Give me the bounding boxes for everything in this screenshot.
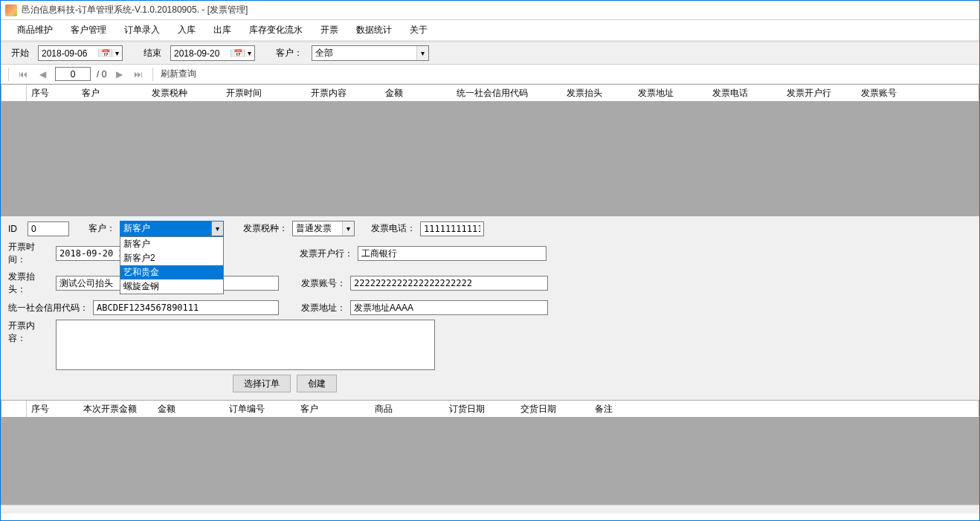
order-grid-header: 序号 本次开票金额 金额 订单编号 客户 商品 订货日期 交货日期 备注 — [1, 401, 979, 417]
addr-label: 发票地址： — [301, 302, 346, 314]
taxtype-label: 发票税种： — [243, 222, 288, 235]
end-label: 结束 — [144, 47, 161, 59]
refresh-query-button[interactable]: 刷新查询 — [161, 68, 196, 80]
col2-seq[interactable]: 序号 — [27, 401, 79, 417]
select-order-button[interactable]: 选择订单 — [233, 375, 291, 392]
col-seq[interactable]: 序号 — [27, 85, 77, 101]
menu-about[interactable]: 关于 — [401, 21, 436, 39]
statusbar — [1, 505, 979, 514]
time-label: 开票时间： — [8, 241, 51, 266]
customer-option[interactable]: 新客户 — [120, 237, 223, 251]
col2-remark[interactable]: 备注 — [590, 401, 650, 417]
invoice-grid-header: 序号 客户 发票税种 开票时间 开票内容 金额 统一社会信用代码 发票抬头 发票… — [1, 85, 979, 101]
window-title: 邑泊信息科技-订单管理系统-V.1.0.20180905. - [发票管理] — [22, 4, 248, 16]
customer-dropdown-list: 新客户 新客户2 艺和贵金 螺旋金钢 — [120, 236, 224, 294]
start-date-picker[interactable]: 📅 ▾ — [38, 45, 123, 61]
col2-orderdate[interactable]: 订货日期 — [445, 401, 516, 417]
row-selector-header — [1, 401, 27, 417]
nav-page-total: / 0 — [97, 69, 106, 80]
acct-field[interactable] — [350, 276, 548, 291]
menubar: 商品维护 客户管理 订单录入 入库 出库 库存变化流水 开票 数据统计 关于 — [1, 20, 979, 41]
uscc-label: 统一社会信用代码： — [8, 302, 88, 314]
col2-customer[interactable]: 客户 — [296, 401, 370, 417]
filterbar: 开始 📅 ▾ 结束 📅 ▾ 客户： ▾ — [1, 41, 979, 65]
phone-label: 发票电话： — [371, 222, 416, 235]
col2-product[interactable]: 商品 — [370, 401, 445, 417]
menu-order-entry[interactable]: 订单录入 — [115, 21, 169, 39]
app-icon — [5, 4, 17, 16]
chevron-down-icon[interactable]: ▾ — [244, 49, 254, 57]
calendar-icon[interactable]: 📅 — [98, 49, 112, 57]
menu-inventory-log[interactable]: 库存变化流水 — [240, 21, 312, 39]
invoice-form: ID 客户： 新客户 ▾ 新客户 新客户2 艺和贵金 螺旋金钢 发票税种： — [1, 216, 979, 400]
app-window: 邑泊信息科技-订单管理系统-V.1.0.20180905. - [发票管理] 商… — [0, 0, 980, 521]
chevron-down-icon[interactable]: ▾ — [416, 46, 428, 60]
col-phone[interactable]: 发票电话 — [708, 85, 782, 101]
content-label: 开票内容： — [8, 320, 51, 345]
head-label: 发票抬头： — [8, 271, 51, 296]
chevron-down-icon[interactable]: ▾ — [211, 221, 223, 236]
start-label: 开始 — [11, 47, 29, 59]
col-customer[interactable]: 客户 — [77, 85, 147, 101]
taxtype-combo[interactable]: ▾ — [292, 221, 355, 236]
time-field[interactable] — [56, 246, 126, 261]
col2-orderno[interactable]: 订单编号 — [225, 401, 296, 417]
customer-selected[interactable]: 新客户 — [120, 221, 211, 236]
col2-deliverdate[interactable]: 交货日期 — [516, 401, 590, 417]
end-date-picker[interactable]: 📅 ▾ — [170, 45, 255, 61]
chevron-down-icon[interactable]: ▾ — [112, 49, 122, 57]
menu-inbound[interactable]: 入库 — [169, 21, 204, 39]
customer-option[interactable]: 艺和贵金 — [120, 265, 223, 279]
col-time[interactable]: 开票时间 — [222, 85, 306, 101]
col-acct[interactable]: 发票账号 — [857, 85, 923, 101]
menu-stats[interactable]: 数据统计 — [347, 21, 401, 39]
menu-customer[interactable]: 客户管理 — [62, 21, 115, 39]
taxtype-input[interactable] — [293, 222, 342, 236]
nav-next-icon[interactable]: ▶ — [112, 68, 126, 81]
acct-label: 发票账号： — [301, 277, 346, 290]
row-selector-header — [1, 85, 27, 101]
customer-filter-combo[interactable]: ▾ — [312, 45, 429, 61]
chevron-down-icon[interactable]: ▾ — [342, 221, 354, 236]
content-field[interactable] — [56, 320, 435, 370]
end-date-input[interactable] — [171, 47, 231, 60]
calendar-icon[interactable]: 📅 — [231, 49, 244, 57]
order-grid: 序号 本次开票金额 金额 订单编号 客户 商品 订货日期 交货日期 备注 — [1, 400, 979, 505]
customer-option[interactable]: 螺旋金钢 — [120, 279, 223, 294]
col-amount[interactable]: 金额 — [381, 85, 452, 101]
col2-this-amount[interactable]: 本次开票金额 — [79, 401, 153, 417]
col-taxtype[interactable]: 发票税种 — [147, 85, 222, 101]
uscc-field[interactable] — [93, 300, 279, 315]
col-head[interactable]: 发票抬头 — [562, 85, 634, 101]
bank-field[interactable] — [358, 246, 547, 261]
col-addr[interactable]: 发票地址 — [634, 85, 708, 101]
nav-prev-icon[interactable]: ◀ — [36, 68, 49, 81]
col-content[interactable]: 开票内容 — [306, 85, 381, 101]
create-button[interactable]: 创建 — [297, 375, 337, 392]
id-field[interactable] — [28, 221, 69, 236]
menu-product[interactable]: 商品维护 — [8, 21, 62, 39]
customer-combo[interactable]: 新客户 ▾ 新客户 新客户2 艺和贵金 螺旋金钢 — [120, 221, 224, 236]
col2-amount[interactable]: 金额 — [153, 401, 225, 417]
addr-field[interactable] — [350, 300, 548, 315]
customer-filter-label: 客户： — [276, 47, 303, 59]
col-uscc[interactable]: 统一社会信用代码 — [452, 85, 562, 101]
bank-label: 发票开户行： — [300, 247, 353, 260]
customer-option[interactable]: 新客户2 — [120, 251, 223, 265]
menu-invoice[interactable]: 开票 — [312, 21, 347, 39]
col-bank[interactable]: 发票开户行 — [782, 85, 857, 101]
start-date-input[interactable] — [39, 47, 98, 60]
id-label: ID — [8, 224, 23, 234]
customer-label: 客户： — [88, 222, 115, 235]
menu-outbound[interactable]: 出库 — [204, 21, 240, 39]
navigator-bar: ⏮ ◀ / 0 ▶ ⏭ 刷新查询 — [1, 65, 979, 84]
nav-last-icon[interactable]: ⏭ — [132, 68, 145, 81]
phone-field[interactable] — [420, 221, 484, 236]
titlebar: 邑泊信息科技-订单管理系统-V.1.0.20180905. - [发票管理] — [1, 1, 979, 20]
customer-filter-input[interactable] — [312, 47, 416, 60]
nav-page-input[interactable] — [55, 67, 91, 81]
nav-first-icon[interactable]: ⏮ — [16, 68, 30, 81]
invoice-grid: 序号 客户 发票税种 开票时间 开票内容 金额 统一社会信用代码 发票抬头 发票… — [1, 84, 979, 216]
